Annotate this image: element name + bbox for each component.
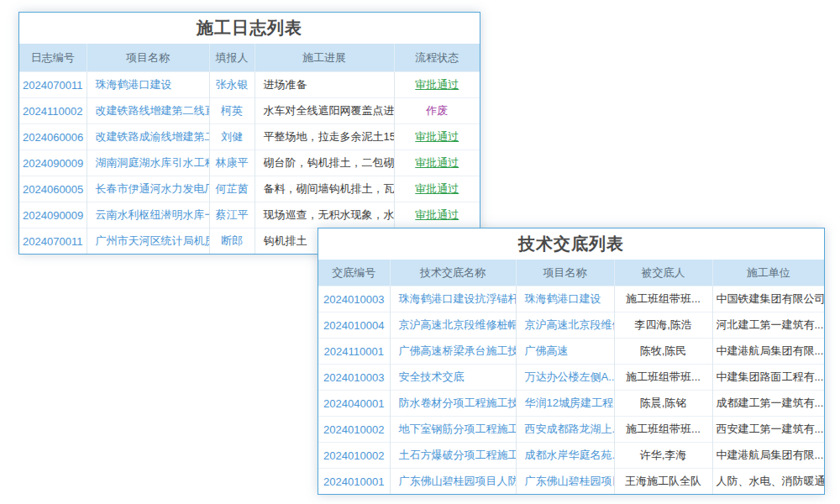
person-text: 陈晨,陈铭 [614,391,712,417]
person-text: 施工班组带班... [614,417,712,443]
project-link[interactable]: 广州市天河区统计局机房... [87,228,209,255]
reporter-link[interactable]: 张永银 [209,72,255,98]
disclosure-name-link[interactable]: 安全技术交底 [390,365,516,391]
disc-col-name: 技术交底名称 [390,260,516,286]
log-id-link[interactable]: 2024090009 [19,150,87,176]
disclosure-name-link[interactable]: 广东佛山碧桂园项目人防... [390,469,516,495]
construction-log-title: 施工日志列表 [19,13,480,44]
progress-text: 现场巡查，无积水现象，水... [255,202,394,228]
table-row: 2024010004 京沪高速北京段维修桩帽... 京沪高速北京段维修 李四海,… [318,312,824,339]
unit-text: 成都建工第一建筑有... [712,391,824,417]
table-row: 2024090009 湖南洞庭湖水库引水工程... 林康平 砌台阶，钩机排土，二… [19,150,480,176]
log-col-project: 项目名称 [87,44,209,72]
reporter-link[interactable]: 刘健 [209,124,255,150]
disclosure-id-link[interactable]: 2024010004 [318,312,390,339]
table-row: 2024060005 长春市伊通河水力发电厂... 何芷茵 备料，砌间墙钩机排土… [19,176,480,202]
project-link[interactable]: 珠海鹤港口建设 [516,286,614,312]
disclosure-id-link[interactable]: 2024010002 [318,443,390,469]
progress-text: 备料，砌间墙钩机排土，瓦... [255,176,394,202]
disclosure-id-link[interactable]: 2024010003 [318,286,390,312]
log-col-progress: 施工进展 [255,44,394,72]
progress-text: 砌台阶，钩机排土，二包砌... [255,150,394,176]
log-id-link[interactable]: 2024110002 [19,98,87,124]
disc-col-person: 被交底人 [614,260,712,286]
table-row: 2024110001 广佛高速桥梁承台施工技... 广佛高速 陈牧,陈民 中建港… [318,339,824,365]
project-link[interactable]: 云南水利枢纽潜明水库一... [87,202,209,228]
table-row: 2024010001 广东佛山碧桂园项目人防... 广东佛山碧桂园项目 王海施工… [318,469,824,495]
disclosure-name-link[interactable]: 防水卷材分项工程施工技... [390,391,516,417]
status-link[interactable]: 审批通过 [394,202,480,228]
progress-text: 平整场地，拉走多余泥土15... [255,124,394,150]
disclosure-name-link[interactable]: 广佛高速桥梁承台施工技... [390,339,516,365]
disclosure-name-link[interactable]: 土石方爆破分项工程施工... [390,443,516,469]
status-link[interactable]: 审批通过 [394,176,480,202]
unit-text: 中建港航局集团有限... [712,339,824,365]
unit-text: 中建集团路面工程有... [712,365,824,391]
project-link[interactable]: 长春市伊通河水力发电厂... [87,176,209,202]
project-link[interactable]: 广东佛山碧桂园项目 [516,469,614,495]
table-row: 2024010002 土石方爆破分项工程施工... 成都水岸华庭名苑... 许华… [318,443,824,469]
project-link[interactable]: 京沪高速北京段维修 [516,312,614,339]
table-row: 2024070011 珠海鹤港口建设 张永银 进场准备 审批通过 [19,72,480,98]
construction-log-table: 日志编号 项目名称 填报人 施工进展 流程状态 2024070011 珠海鹤港口… [19,44,480,254]
construction-log-panel: 施工日志列表 日志编号 项目名称 填报人 施工进展 流程状态 202407001… [18,12,480,255]
disclosure-header-row: 交底编号 技术交底名称 项目名称 被交底人 施工单位 [318,260,824,286]
project-link[interactable]: 珠海鹤港口建设 [87,72,209,98]
disclosure-name-link[interactable]: 京沪高速北京段维修桩帽... [390,312,516,339]
person-text: 李四海,陈浩 [614,312,712,339]
table-row: 2024060006 改建铁路成渝线增建第二... 刘健 平整场地，拉走多余泥土… [19,124,480,150]
log-id-link[interactable]: 2024060006 [19,124,87,150]
log-id-link[interactable]: 2024060005 [19,176,87,202]
status-link[interactable]: 审批通过 [394,72,480,98]
unit-text: 中国铁建集团有限公司 [712,286,824,312]
status-badge: 作废 [394,98,480,124]
disc-col-unit: 施工单位 [712,260,824,286]
reporter-link[interactable]: 何芷茵 [209,176,255,202]
table-row: 2024090009 云南水利枢纽潜明水库一... 蔡江平 现场巡查，无积水现象… [19,202,480,228]
project-link[interactable]: 西安成都路龙湖上... [516,417,614,443]
project-link[interactable]: 万达办公楼左侧A... [516,365,614,391]
technical-disclosure-title: 技术交底列表 [318,228,824,260]
log-id-link[interactable]: 2024090009 [19,202,87,228]
person-text: 施工班组带班... [614,365,712,391]
status-link[interactable]: 审批通过 [394,124,480,150]
technical-disclosure-panel: 技术交底列表 交底编号 技术交底名称 项目名称 被交底人 施工单位 202401… [318,228,825,495]
log-id-link[interactable]: 2024070011 [19,228,87,255]
project-link[interactable]: 改建铁路线增建第二线直... [87,98,209,124]
technical-disclosure-table: 交底编号 技术交底名称 项目名称 被交底人 施工单位 2024010003 珠海… [318,260,824,494]
progress-text: 水车对全线遮阳网覆盖点进... [255,98,394,124]
disclosure-id-link[interactable]: 2024110001 [318,339,390,365]
disclosure-id-link[interactable]: 2024010001 [318,469,390,495]
person-text: 施工班组带班... [614,286,712,312]
status-link[interactable]: 审批通过 [394,150,480,176]
disc-col-project: 项目名称 [516,260,614,286]
log-col-status: 流程状态 [394,44,480,72]
unit-text: 西安建工第一建筑有... [712,417,824,443]
log-col-id: 日志编号 [19,44,87,72]
log-id-link[interactable]: 2024070011 [19,72,87,98]
reporter-link[interactable]: 柯英 [209,98,255,124]
disclosure-name-link[interactable]: 地下室钢筋分项工程施工... [390,417,516,443]
person-text: 许华,李海 [614,443,712,469]
unit-text: 中建港航局集团有限... [712,443,824,469]
disclosure-id-link[interactable]: 2024040001 [318,391,390,417]
disc-col-id: 交底编号 [318,260,390,286]
table-row: 2024040001 防水卷材分项工程施工技... 华润12城房建工程... 陈… [318,391,824,417]
project-link[interactable]: 成都水岸华庭名苑... [516,443,614,469]
log-col-reporter: 填报人 [209,44,255,72]
project-link[interactable]: 华润12城房建工程... [516,391,614,417]
reporter-link[interactable]: 林康平 [209,150,255,176]
project-link[interactable]: 湖南洞庭湖水库引水工程... [87,150,209,176]
table-row: 2024010002 地下室钢筋分项工程施工... 西安成都路龙湖上... 施工… [318,417,824,443]
table-row: 2024010003 珠海鹤港口建设抗浮锚杆... 珠海鹤港口建设 施工班组带班… [318,286,824,312]
reporter-link[interactable]: 断郎 [209,228,255,255]
project-link[interactable]: 广佛高速 [516,339,614,365]
unit-text: 河北建工第一建筑有... [712,312,824,339]
progress-text: 进场准备 [255,72,394,98]
project-link[interactable]: 改建铁路成渝线增建第二... [87,124,209,150]
disclosure-id-link[interactable]: 2024010003 [318,365,390,391]
disclosure-name-link[interactable]: 珠海鹤港口建设抗浮锚杆... [390,286,516,312]
disclosure-id-link[interactable]: 2024010002 [318,417,390,443]
reporter-link[interactable]: 蔡江平 [209,202,255,228]
table-row: 2024010003 安全技术交底 万达办公楼左侧A... 施工班组带班... … [318,365,824,391]
